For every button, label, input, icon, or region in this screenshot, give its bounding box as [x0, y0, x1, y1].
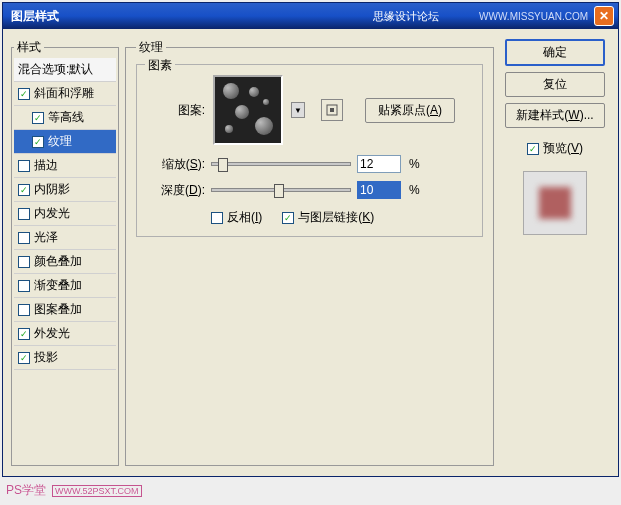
- watermark-text: PS学堂: [6, 482, 46, 499]
- style-item-9[interactable]: 图案叠加: [14, 298, 116, 322]
- styles-panel: 样式 混合选项:默认 斜面和浮雕等高线纹理描边内阴影内发光光泽颜色叠加渐变叠加图…: [11, 39, 119, 466]
- depth-label: 深度(D):: [147, 182, 205, 199]
- style-item-0[interactable]: 斜面和浮雕: [14, 82, 116, 106]
- depth-unit: %: [409, 183, 420, 197]
- style-item-label: 斜面和浮雕: [34, 85, 94, 102]
- snap-origin-button[interactable]: 贴紧原点(A): [365, 98, 455, 123]
- pattern-label: 图案:: [147, 102, 205, 119]
- checkbox-icon[interactable]: [18, 304, 30, 316]
- style-item-label: 外发光: [34, 325, 70, 342]
- element-group: 图素 图案: ▼: [136, 64, 483, 237]
- pattern-dropdown-icon[interactable]: ▼: [291, 102, 305, 118]
- style-item-10[interactable]: 外发光: [14, 322, 116, 346]
- style-item-6[interactable]: 光泽: [14, 226, 116, 250]
- titlebar: 图层样式 思缘设计论坛 WWW.MISSYUAN.COM ✕: [3, 3, 618, 29]
- style-item-3[interactable]: 描边: [14, 154, 116, 178]
- depth-slider[interactable]: [211, 188, 351, 192]
- depth-input[interactable]: [357, 181, 401, 199]
- preview-thumbnail: [523, 171, 587, 235]
- style-item-label: 图案叠加: [34, 301, 82, 318]
- style-item-8[interactable]: 渐变叠加: [14, 274, 116, 298]
- scale-row: 缩放(S): %: [147, 155, 472, 173]
- style-item-label: 颜色叠加: [34, 253, 82, 270]
- invert-checkbox[interactable]: 反相(I): [211, 209, 262, 226]
- brand-text: 思缘设计论坛: [373, 9, 439, 24]
- styles-legend: 样式: [14, 39, 44, 56]
- new-style-button[interactable]: 新建样式(W)...: [505, 103, 605, 128]
- style-item-11[interactable]: 投影: [14, 346, 116, 370]
- style-item-2[interactable]: 纹理: [14, 130, 116, 154]
- style-item-label: 纹理: [48, 133, 72, 150]
- scale-label: 缩放(S):: [147, 156, 205, 173]
- watermark-url: WWW.52PSXT.COM: [52, 485, 142, 497]
- preview-checkbox[interactable]: 预览(V): [527, 140, 583, 157]
- checkbox-icon[interactable]: [18, 232, 30, 244]
- brand-url: WWW.MISSYUAN.COM: [479, 11, 588, 22]
- ok-button[interactable]: 确定: [505, 39, 605, 66]
- main-legend: 纹理: [136, 39, 166, 56]
- blend-options-header[interactable]: 混合选项:默认: [14, 58, 116, 82]
- checkbox-icon[interactable]: [18, 352, 30, 364]
- pattern-swatch[interactable]: [213, 75, 283, 145]
- style-item-label: 光泽: [34, 229, 58, 246]
- style-item-label: 投影: [34, 349, 58, 366]
- style-item-label: 等高线: [48, 109, 84, 126]
- style-item-label: 描边: [34, 157, 58, 174]
- watermark: PS学堂 WWW.52PSXT.COM: [6, 482, 142, 499]
- checkbox-icon: [527, 143, 539, 155]
- style-item-label: 内阴影: [34, 181, 70, 198]
- layer-style-dialog: 图层样式 思缘设计论坛 WWW.MISSYUAN.COM ✕ 样式 混合选项:默…: [2, 2, 619, 477]
- style-item-1[interactable]: 等高线: [14, 106, 116, 130]
- checkbox-icon: [282, 212, 294, 224]
- cancel-button[interactable]: 复位: [505, 72, 605, 97]
- checkbox-icon[interactable]: [18, 256, 30, 268]
- checkbox-icon: [211, 212, 223, 224]
- style-item-5[interactable]: 内发光: [14, 202, 116, 226]
- sub-legend: 图素: [145, 57, 175, 74]
- scale-slider[interactable]: [211, 162, 351, 166]
- checkbox-icon[interactable]: [18, 328, 30, 340]
- style-item-label: 渐变叠加: [34, 277, 82, 294]
- scale-unit: %: [409, 157, 420, 171]
- checkbox-icon[interactable]: [18, 184, 30, 196]
- checkbox-icon[interactable]: [18, 88, 30, 100]
- checkbox-icon[interactable]: [18, 280, 30, 292]
- svg-rect-1: [330, 108, 334, 112]
- close-button[interactable]: ✕: [594, 6, 614, 26]
- style-item-label: 内发光: [34, 205, 70, 222]
- right-panel: 确定 复位 新建样式(W)... 预览(V): [500, 39, 610, 466]
- style-item-7[interactable]: 颜色叠加: [14, 250, 116, 274]
- checkbox-icon[interactable]: [32, 136, 44, 148]
- new-pattern-button[interactable]: [321, 99, 343, 121]
- link-layer-checkbox[interactable]: 与图层链接(K): [282, 209, 374, 226]
- style-item-4[interactable]: 内阴影: [14, 178, 116, 202]
- depth-row: 深度(D): %: [147, 181, 472, 199]
- scale-input[interactable]: [357, 155, 401, 173]
- main-panel: 纹理 图素 图案: ▼: [125, 39, 494, 466]
- new-preset-icon: [325, 103, 339, 117]
- checkbox-icon[interactable]: [32, 112, 44, 124]
- checkbox-icon[interactable]: [18, 160, 30, 172]
- window-title: 图层样式: [11, 8, 373, 25]
- checkbox-icon[interactable]: [18, 208, 30, 220]
